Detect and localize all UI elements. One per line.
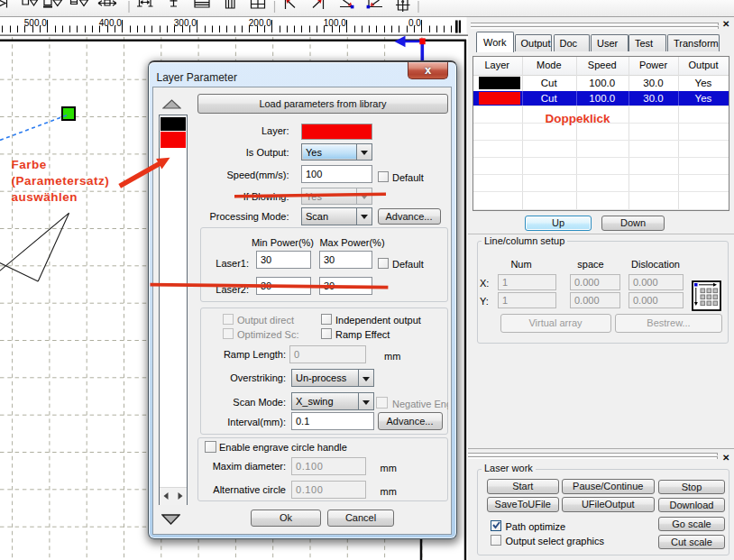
svg-text:200.0: 200.0 [249, 18, 271, 28]
svg-text:0.0: 0.0 [408, 18, 421, 28]
svg-text:300.0: 300.0 [174, 18, 197, 28]
svg-text:100.0: 100.0 [324, 18, 346, 28]
svg-text:400.0: 400.0 [99, 18, 122, 28]
svg-text:500.0: 500.0 [24, 18, 47, 28]
